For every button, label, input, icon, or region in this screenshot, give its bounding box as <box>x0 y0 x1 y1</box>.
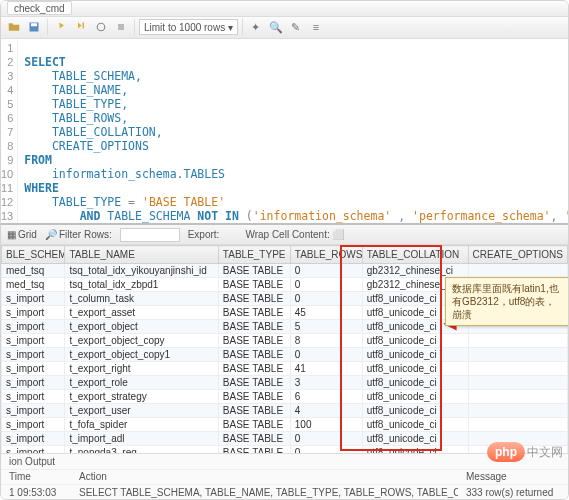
cell[interactable] <box>468 418 567 432</box>
column-header[interactable]: TABLE_TYPE <box>218 246 290 264</box>
cell[interactable]: 100 <box>290 418 362 432</box>
cell[interactable]: s_import <box>2 446 65 454</box>
cell[interactable]: utf8_unicode_ci <box>362 418 468 432</box>
cell[interactable]: BASE TABLE <box>218 292 290 306</box>
cell[interactable]: s_import <box>2 320 65 334</box>
table-row[interactable]: s_importt_fofa_spiderBASE TABLE100utf8_u… <box>2 418 568 432</box>
table-row[interactable]: s_importt_nongda3_reqBASE TABLE0utf8_uni… <box>2 446 568 454</box>
column-header[interactable]: TABLE_ROWS <box>290 246 362 264</box>
search-icon[interactable]: 🔍 <box>267 18 285 36</box>
cell[interactable]: BASE TABLE <box>218 306 290 320</box>
cell[interactable]: BASE TABLE <box>218 334 290 348</box>
filter-input[interactable] <box>120 228 180 242</box>
snippets-icon[interactable]: ≡ <box>307 18 325 36</box>
cell[interactable]: BASE TABLE <box>218 376 290 390</box>
cell[interactable] <box>468 376 567 390</box>
cell[interactable]: s_import <box>2 376 65 390</box>
cell[interactable]: BASE TABLE <box>218 446 290 454</box>
grid-header[interactable]: BLE_SCHEMATABLE_NAMETABLE_TYPETABLE_ROWS… <box>2 246 568 264</box>
cell[interactable]: tsq_total_idx_yikouyanjinshi_id <box>65 264 218 278</box>
table-row[interactable]: s_importt_import_adlBASE TABLE0utf8_unic… <box>2 432 568 446</box>
table-row[interactable]: s_importt_export_roleBASE TABLE3utf8_uni… <box>2 376 568 390</box>
cell[interactable] <box>468 404 567 418</box>
cell[interactable] <box>468 390 567 404</box>
cell[interactable]: t_export_role <box>65 376 218 390</box>
cell[interactable]: t_export_asset <box>65 306 218 320</box>
cell[interactable]: t_export_user <box>65 404 218 418</box>
cell[interactable] <box>468 348 567 362</box>
cell[interactable]: s_import <box>2 292 65 306</box>
cell[interactable]: BASE TABLE <box>218 348 290 362</box>
table-row[interactable]: s_importt_export_object_copyBASE TABLE8u… <box>2 334 568 348</box>
cell[interactable]: 45 <box>290 306 362 320</box>
export-label[interactable]: Export: <box>188 229 220 240</box>
cell[interactable]: gb2312_chinese_ci <box>362 264 468 278</box>
cell[interactable]: utf8_unicode_ci <box>362 446 468 454</box>
cell[interactable]: BASE TABLE <box>218 432 290 446</box>
cell[interactable]: BASE TABLE <box>218 278 290 292</box>
cell[interactable]: BASE TABLE <box>218 418 290 432</box>
cell[interactable]: t_export_object_copy <box>65 334 218 348</box>
cell[interactable]: 0 <box>290 446 362 454</box>
cell[interactable]: BASE TABLE <box>218 404 290 418</box>
cell[interactable] <box>468 334 567 348</box>
cell[interactable]: s_import <box>2 306 65 320</box>
cell[interactable]: 0 <box>290 278 362 292</box>
cell[interactable]: s_import <box>2 432 65 446</box>
cell[interactable]: 4 <box>290 404 362 418</box>
cell[interactable]: med_tsq <box>2 264 65 278</box>
cell[interactable]: s_import <box>2 334 65 348</box>
cell[interactable]: utf8_unicode_ci <box>362 348 468 362</box>
column-header[interactable]: TABLE_NAME <box>65 246 218 264</box>
cell[interactable]: 0 <box>290 264 362 278</box>
explain-icon[interactable] <box>92 18 110 36</box>
cell[interactable]: 0 <box>290 292 362 306</box>
save-icon[interactable] <box>25 18 43 36</box>
cell[interactable]: utf8_unicode_ci <box>362 404 468 418</box>
grid-tab[interactable]: ▦ Grid <box>7 229 37 240</box>
cell[interactable]: utf8_unicode_ci <box>362 362 468 376</box>
code-area[interactable]: SELECT TABLE_SCHEMA, TABLE_NAME, TABLE_T… <box>18 39 568 223</box>
cell[interactable]: 0 <box>290 348 362 362</box>
cell[interactable]: s_import <box>2 390 65 404</box>
cell[interactable] <box>468 264 567 278</box>
limit-dropdown[interactable]: Limit to 1000 rows ▾ <box>139 19 238 35</box>
cell[interactable]: t_nongda3_req <box>65 446 218 454</box>
cell[interactable]: t_column_task <box>65 292 218 306</box>
cell[interactable]: BASE TABLE <box>218 264 290 278</box>
cell[interactable]: s_import <box>2 362 65 376</box>
column-header[interactable]: TABLE_COLLATION <box>362 246 468 264</box>
run-icon[interactable] <box>52 18 70 36</box>
tab-title[interactable]: check_cmd <box>7 1 72 15</box>
cell[interactable]: 8 <box>290 334 362 348</box>
cell[interactable]: t_export_right <box>65 362 218 376</box>
cell[interactable]: s_import <box>2 348 65 362</box>
cell[interactable]: 6 <box>290 390 362 404</box>
cell[interactable]: t_fofa_spider <box>65 418 218 432</box>
cell[interactable]: t_export_object <box>65 320 218 334</box>
tool-icon[interactable]: ✎ <box>287 18 305 36</box>
table-row[interactable]: s_importt_export_object_copy1BASE TABLE0… <box>2 348 568 362</box>
cell[interactable]: tsq_total_idx_zbpd1 <box>65 278 218 292</box>
cell[interactable]: utf8_unicode_ci <box>362 334 468 348</box>
column-header[interactable]: BLE_SCHEMA <box>2 246 65 264</box>
cell[interactable]: utf8_unicode_ci <box>362 376 468 390</box>
cell[interactable]: t_import_adl <box>65 432 218 446</box>
open-icon[interactable] <box>5 18 23 36</box>
stop-icon[interactable] <box>112 18 130 36</box>
table-row[interactable]: s_importt_export_userBASE TABLE4utf8_uni… <box>2 404 568 418</box>
cell[interactable]: utf8_unicode_ci <box>362 432 468 446</box>
cell[interactable]: BASE TABLE <box>218 320 290 334</box>
cell[interactable]: 41 <box>290 362 362 376</box>
cell[interactable]: t_export_object_copy1 <box>65 348 218 362</box>
cell[interactable]: med_tsq <box>2 278 65 292</box>
cell[interactable]: BASE TABLE <box>218 362 290 376</box>
sql-editor[interactable]: 12345678910111213 SELECT TABLE_SCHEMA, T… <box>1 39 568 225</box>
cell[interactable]: 3 <box>290 376 362 390</box>
cell[interactable]: 5 <box>290 320 362 334</box>
cell[interactable]: t_export_strategy <box>65 390 218 404</box>
cell[interactable]: utf8_unicode_ci <box>362 390 468 404</box>
table-row[interactable]: s_importt_export_rightBASE TABLE41utf8_u… <box>2 362 568 376</box>
run-step-icon[interactable] <box>72 18 90 36</box>
table-row[interactable]: s_importt_export_strategyBASE TABLE6utf8… <box>2 390 568 404</box>
